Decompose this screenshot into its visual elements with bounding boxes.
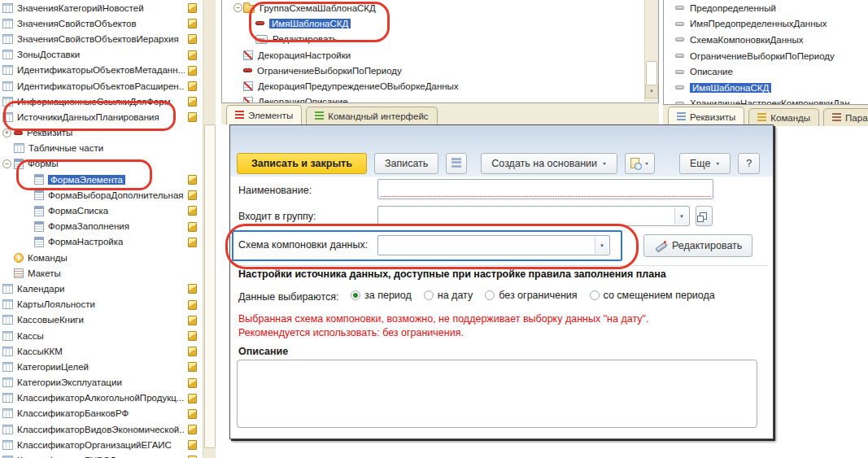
tree-item-identifikatory-metadann[interactable]: ИдентификаторыОбъектовМетаданн... — [0, 63, 202, 78]
tree-item-znachenija-svojstv[interactable]: ЗначенияСвойствОбъектов — [0, 15, 202, 31]
attr-shema-komponovki[interactable]: СхемаКомпоновкиДанных — [664, 32, 868, 48]
form-toolbar: Записать и закрыть Записать Создать на о… — [230, 150, 773, 177]
open-group-button[interactable] — [696, 206, 713, 226]
attributes-group-icon — [14, 131, 23, 135]
tree-item-kalendari[interactable]: Календари — [0, 281, 202, 296]
catalog-icon — [2, 331, 13, 341]
tree-item-forma-nastrojka[interactable]: ФормаНастройка — [0, 234, 202, 250]
scroll-down-arrow-icon[interactable]: ▼ — [645, 85, 658, 98]
tab-komandy[interactable]: Команды — [748, 108, 819, 126]
tree-item-karty-lojalnosti[interactable]: КартыЛояльности — [0, 297, 202, 312]
group-input[interactable]: ▼ — [377, 206, 690, 226]
tree-item-informacionnye-ssylki[interactable]: ИнформационныеСсылкиДляФорм — [0, 94, 202, 109]
tree-item-identifikatory-rasshiren[interactable]: ИдентификаторыОбъектовРасширен... — [0, 78, 202, 94]
warning-line-1: Выбранная схема компоновки, возможно, не… — [238, 313, 648, 325]
save-and-close-button[interactable]: Записать и закрыть — [237, 153, 367, 174]
decoration-icon — [243, 50, 253, 60]
tree-item-kassy-kkm[interactable]: КассыККМ — [0, 343, 202, 359]
tree-item-forma-elementa[interactable]: ФормаЭлемента — [0, 172, 202, 187]
tab-komandnyj-interfejs[interactable]: Командный интерфейс — [306, 107, 437, 124]
catalog-icon — [2, 362, 13, 372]
tree-item-kategorii-ekspluatacii[interactable]: КатегорииЭксплуатации — [0, 375, 202, 390]
tree-item-zony-dostavki[interactable]: ЗоныДоставки — [0, 47, 202, 63]
description-textarea[interactable] — [237, 360, 757, 428]
help-button[interactable]: ? — [738, 153, 760, 174]
edit-dcs-button[interactable]: Редактировать — [643, 234, 752, 257]
save-button[interactable]: Записать — [374, 153, 438, 174]
tree-item-klassifikator-organizacij-egais[interactable]: КлассификаторОрганизацийЕГАИС — [0, 437, 202, 452]
tab-elementy[interactable]: Элементы — [226, 105, 302, 124]
attr-hranilishe-nastroek[interactable]: ХранилищеНастроекКомпоновкиДан — [664, 96, 868, 105]
create-based-on-button[interactable]: Создать на основании▼ — [481, 153, 617, 174]
attr-opisanie[interactable]: Описание — [664, 63, 868, 80]
element-redaktirovat[interactable]: окРедактировать — [222, 32, 658, 47]
scrollbar-thumb[interactable] — [646, 61, 657, 86]
tree-item-kassovye-knigi[interactable]: КассовыеКниги — [0, 312, 202, 328]
elements-tabbar: Элементы Командный интерфейс — [221, 103, 659, 124]
element-imja-shablona-skd[interactable]: ИмяШаблонаСКД — [222, 15, 658, 31]
expand-icon[interactable] — [2, 129, 11, 137]
subsystem-cube-icon — [188, 440, 197, 450]
attr-predopredelennyj[interactable]: Предопределенный — [664, 0, 868, 16]
decoration-icon — [243, 97, 253, 103]
tree-item-znachenija-kategorij[interactable]: ЗначенияКатегорийНовостей — [0, 0, 202, 15]
attribute-icon — [675, 37, 684, 41]
element-form-dialog: Записать и закрыть Записать Создать на о… — [229, 124, 774, 439]
element-dekoracija-nastrojki[interactable]: ДекорацияНастройки — [222, 47, 658, 63]
tree-item-klassifikator-alkogolnoj[interactable]: КлассификаторАлкогольнойПродукц... — [0, 390, 202, 406]
button-icon: ок — [255, 35, 268, 44]
tree-item-formy[interactable]: Формы — [0, 156, 202, 172]
tree-item-komandy[interactable]: Команды — [0, 250, 202, 265]
elements-scrollbar[interactable]: ▼ — [644, 0, 658, 102]
tree-item-forma-zapolnenija[interactable]: ФормаЗаполнения — [0, 219, 202, 234]
stack-green-icon — [315, 111, 324, 120]
subsystem-cube-icon — [188, 3, 197, 13]
tree-item-tablichnye-chasti[interactable]: Табличные части — [0, 141, 202, 156]
subsystem-cube-icon — [188, 331, 197, 341]
stack-icon-button[interactable] — [446, 153, 467, 174]
attributes-list: Предопределенный ИмяПредопределенныхДанн… — [663, 0, 868, 105]
tree-item-rekvizity[interactable]: Реквизиты — [0, 125, 202, 141]
tree-item-znachenija-svojstv-ierarhija[interactable]: ЗначенияСвойствОбъектовИерархия — [0, 31, 202, 46]
radio-za-period[interactable]: за период — [351, 290, 412, 301]
form-icon — [34, 190, 44, 200]
attr-imja-predopredelennyh[interactable]: ИмяПредопределенныхДанных — [664, 16, 868, 33]
tree-item-kassy[interactable]: Кассы — [0, 328, 202, 343]
radio-na-datu[interactable]: на дату — [424, 290, 473, 301]
element-ogranichenie-vyborki[interactable]: ОграничениеВыборкиПоПериоду — [222, 63, 658, 78]
subsystem-cube-icon — [188, 316, 197, 325]
subsystem-cube-icon — [188, 34, 197, 44]
report-icon-button[interactable]: ▼ — [625, 153, 655, 174]
element-dekoracija-preduprezhdenie[interactable]: ДекорацияПредупреждениеОВыборкеДанных — [222, 78, 658, 94]
collapse-icon[interactable] — [2, 159, 11, 168]
name-input[interactable] — [377, 179, 713, 199]
tree-item-klassifikator-bankov[interactable]: КлассификаторБанковРФ — [0, 406, 202, 421]
tree-item-forma-vybora-dop[interactable]: ФормаВыбораДополнительная — [0, 187, 202, 203]
tree-item-makety[interactable]: Макеты — [0, 265, 202, 281]
attr-imja-shablona-skd[interactable]: ИмяШаблонаСКД — [664, 80, 868, 96]
attribute-icon — [675, 54, 684, 58]
dropdown-arrow-icon[interactable]: ▼ — [674, 207, 688, 225]
subsystem-cube-icon — [188, 238, 197, 247]
tab-parametry[interactable]: Парам — [823, 108, 868, 126]
collapse-icon[interactable] — [233, 3, 242, 12]
element-dekoracija-opisanie[interactable]: ДекорацияОписание — [222, 94, 658, 103]
dropdown-arrow-icon[interactable]: ▼ — [595, 237, 608, 254]
more-button[interactable]: Еще▼ — [679, 153, 731, 174]
radio-so-smesheniem[interactable]: со смещением периода — [590, 290, 715, 301]
tree-item-istochniki-dannyh-planirovanija[interactable]: ИсточникиДанныхПланирования — [0, 109, 202, 124]
tab-rekvizity[interactable]: Реквизиты — [668, 107, 744, 126]
tree-item-klassifikator-vidov[interactable]: КлассификаторВидовЭкономической... — [0, 421, 202, 437]
dropdown-caret-icon: ▼ — [644, 161, 649, 165]
scrollbar-thumb[interactable] — [204, 124, 216, 448]
radio-bez-ogranichenija[interactable]: без ограничения — [485, 290, 577, 301]
tree-item-kategorii-celej[interactable]: КатегорииЦелей — [0, 359, 202, 374]
element-gruppa-shema-shablona[interactable]: ГруппаСхемаШаблонаСКД — [222, 0, 658, 15]
left-tree-scrollbar[interactable] — [203, 0, 216, 458]
tree-item-forma-spiska[interactable]: ФормаСписка — [0, 203, 202, 218]
tabular-sections-icon — [14, 143, 24, 153]
attr-ogranichenie-vyborki[interactable]: ОграничениеВыборкиПоПериоду — [664, 48, 868, 64]
subsystem-cube-icon — [188, 66, 197, 76]
tree-item-klassifikator-tnved[interactable]: КлассификаторТНВЭД — [0, 452, 202, 458]
dcs-input[interactable]: ▼ — [377, 235, 610, 255]
